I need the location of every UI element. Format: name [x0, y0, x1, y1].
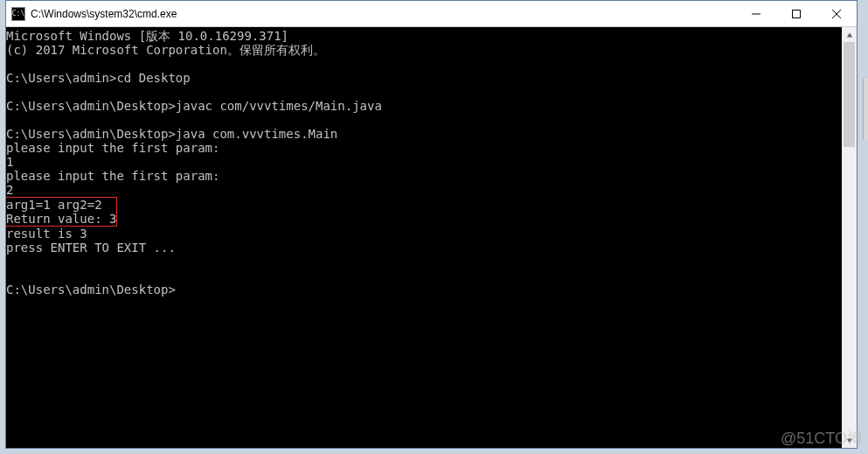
console-line	[6, 269, 842, 283]
console-line: press ENTER TO EXIT ...	[6, 241, 842, 255]
console-line: result is 3	[6, 227, 842, 241]
console-line: C:\Users\admin>cd Desktop	[6, 71, 842, 85]
cmd-icon: C:\	[11, 7, 25, 21]
console-output[interactable]: Microsoft Windows [版本 10.0.16299.371](c)…	[6, 27, 842, 448]
console-line: please input the first param:	[6, 141, 842, 155]
console-line: 2	[6, 183, 842, 197]
console-line	[6, 57, 842, 71]
console-line	[6, 113, 842, 127]
svg-rect-1	[793, 10, 801, 17]
maximize-button[interactable]	[776, 1, 816, 26]
console-line: arg1=1 arg2=2	[6, 198, 116, 212]
vertical-scrollbar[interactable]	[842, 27, 857, 448]
console-area: Microsoft Windows [版本 10.0.16299.371](c)…	[6, 27, 857, 448]
console-line: 1	[6, 155, 842, 169]
console-line: C:\Users\admin\Desktop>	[6, 283, 842, 297]
window-title: C:\Windows\system32\cmd.exe	[31, 8, 736, 20]
titlebar[interactable]: C:\ C:\Windows\system32\cmd.exe	[6, 1, 857, 27]
console-line: C:\Users\admin\Desktop>java com.vvvtimes…	[6, 127, 842, 141]
window-controls	[736, 1, 857, 26]
scrollbar-track[interactable]	[842, 42, 857, 433]
console-line	[6, 85, 842, 99]
scroll-down-button[interactable]	[842, 433, 857, 448]
console-line: (c) 2017 Microsoft Corporation。保留所有权利。	[6, 43, 842, 57]
console-line: Return value: 3	[6, 212, 116, 226]
scrollbar-thumb[interactable]	[844, 42, 855, 147]
console-line: Microsoft Windows [版本 10.0.16299.371]	[6, 29, 842, 43]
console-line	[6, 255, 842, 269]
minimize-button[interactable]	[736, 1, 776, 26]
background-window-edge	[863, 79, 868, 140]
console-line: please input the first param:	[6, 169, 842, 183]
close-button[interactable]	[816, 1, 857, 26]
scroll-up-button[interactable]	[842, 27, 857, 42]
cmd-window: C:\ C:\Windows\system32\cmd.exe Microsof…	[5, 0, 858, 449]
highlighted-output: arg1=1 arg2=2Return value: 3	[6, 197, 117, 227]
console-line: C:\Users\admin\Desktop>javac com/vvvtime…	[6, 99, 842, 113]
